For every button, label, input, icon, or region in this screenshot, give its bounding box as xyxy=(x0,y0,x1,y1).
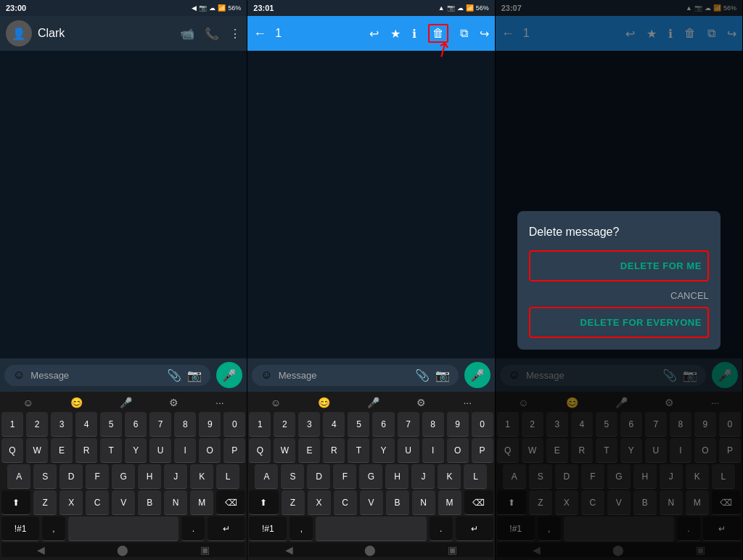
key-2[interactable]: 2 xyxy=(26,412,48,437)
key-s[interactable]: S xyxy=(33,464,57,489)
nav-home-1[interactable]: ⬤ xyxy=(117,544,128,556)
key-v[interactable]: V xyxy=(112,490,135,515)
cancel-label[interactable]: CANCEL xyxy=(529,284,709,307)
dialog-overlay: Delete message? DELETE FOR ME CANCEL DEL… xyxy=(496,0,742,560)
key-y[interactable]: Y xyxy=(125,438,147,463)
key-1[interactable]: 1 xyxy=(1,412,23,437)
key-c[interactable]: C xyxy=(86,490,109,515)
messages-area-2 xyxy=(247,51,494,358)
keyboard-toolbar-1: ☺ 😊 🎤 ⚙ ··· xyxy=(1,395,245,411)
keyboard-1: ☺ 😊 🎤 ⚙ ··· 1 2 3 4 5 6 7 8 9 0 Q W E R … xyxy=(0,392,247,560)
nav-back-1[interactable]: ◀ xyxy=(37,544,45,556)
key-p[interactable]: P xyxy=(223,438,245,463)
input-box-1[interactable]: ☺ Message 📎 📷 xyxy=(4,365,210,386)
copy-icon-2[interactable]: ⧉ xyxy=(460,27,468,40)
status-time-2: 23:01 xyxy=(253,4,274,12)
kb2-sticker[interactable]: 😊 xyxy=(318,397,330,408)
input-placeholder-1[interactable]: Message xyxy=(30,370,161,381)
delete-for-me-button[interactable]: DELETE FOR ME xyxy=(529,250,709,281)
key-l[interactable]: L xyxy=(216,464,239,489)
attach-icon-2[interactable]: 📎 xyxy=(415,368,430,382)
camera-icon-1[interactable]: 📷 xyxy=(187,368,202,382)
camera-icon-2[interactable]: 📷 xyxy=(435,368,450,382)
key-w[interactable]: W xyxy=(26,438,48,463)
nav-recent-1[interactable]: ▣ xyxy=(200,544,210,556)
forward-icon-2[interactable]: ↪ xyxy=(480,27,489,41)
call-icon[interactable]: 📞 xyxy=(205,27,219,41)
status-bar-2: 23:01 ▲ 📷 ☁ 📶 56% xyxy=(247,0,494,16)
selection-count-2: 1 xyxy=(275,27,360,40)
input-area-1: ☺ Message 📎 📷 🎤 xyxy=(0,358,247,392)
key-5[interactable]: 5 xyxy=(100,412,122,437)
video-call-icon[interactable]: 📹 xyxy=(180,27,194,41)
avatar-1: 👤 xyxy=(6,20,32,46)
key-backspace[interactable]: ⌫ xyxy=(216,490,245,515)
key-7[interactable]: 7 xyxy=(149,412,171,437)
star-icon-2[interactable]: ★ xyxy=(390,27,401,41)
delete-for-everyone-button[interactable]: DELETE FOR EVERYONE xyxy=(529,307,709,338)
select-actions-2: ↩ ★ ℹ 🗑 ⧉ ↪ xyxy=(369,24,489,43)
kb-settings-1[interactable]: ⚙ xyxy=(169,397,178,408)
key-j[interactable]: J xyxy=(164,464,187,489)
mic-button-1[interactable]: 🎤 xyxy=(216,362,242,388)
key-0[interactable]: 0 xyxy=(223,412,245,437)
key-f[interactable]: F xyxy=(86,464,109,489)
back-icon-2[interactable]: ← xyxy=(253,26,266,41)
input-placeholder-2[interactable]: Message xyxy=(279,370,409,381)
kb2-more[interactable]: ··· xyxy=(463,397,472,408)
keyboard-2: ☺ 😊 🎤 ⚙ ··· 1234567890 QWERTYUIOP ASDFGH… xyxy=(247,392,494,560)
key-i[interactable]: I xyxy=(174,438,196,463)
input-box-2[interactable]: ☺ Message 📎 📷 xyxy=(252,365,458,386)
key-x[interactable]: X xyxy=(59,490,83,515)
mic-button-2[interactable]: 🎤 xyxy=(464,362,490,388)
key-row-numbers-1: 1 2 3 4 5 6 7 8 9 0 xyxy=(1,412,245,437)
info-icon-2[interactable]: ℹ xyxy=(412,27,416,41)
key-space[interactable] xyxy=(68,516,178,541)
key-m[interactable]: M xyxy=(190,490,213,515)
key-9[interactable]: 9 xyxy=(199,412,221,437)
kb-mic-1[interactable]: 🎤 xyxy=(120,397,132,408)
key-n[interactable]: N xyxy=(164,490,187,515)
key-comma[interactable]: , xyxy=(42,516,65,541)
key-enter[interactable]: ↵ xyxy=(208,516,245,541)
messages-area-1 xyxy=(0,51,247,358)
reply-icon-2[interactable]: ↩ xyxy=(369,27,379,41)
select-header-2: ← 1 ↩ ★ ℹ 🗑 ⧉ ↪ xyxy=(247,16,494,51)
kb-emoji-1[interactable]: ☺ xyxy=(23,397,33,408)
more-icon[interactable]: ⋮ xyxy=(229,27,241,41)
emoji-icon-2[interactable]: ☺ xyxy=(260,368,272,382)
status-icons-1: ◀ 📷 ☁ 📶 56% xyxy=(192,4,241,12)
key-4[interactable]: 4 xyxy=(75,412,97,437)
key-u[interactable]: U xyxy=(149,438,171,463)
kb2-mic[interactable]: 🎤 xyxy=(367,397,379,408)
panel-3: 23:07 ▲ 📷 ☁ 📶 56% ← 1 ↩ ★ ℹ 🗑 ⧉ ↪ ☺ Mess… xyxy=(496,0,743,560)
key-b[interactable]: B xyxy=(138,490,161,515)
key-a[interactable]: A xyxy=(7,464,30,489)
key-8[interactable]: 8 xyxy=(174,412,196,437)
key-period[interactable]: . xyxy=(181,516,205,541)
key-t[interactable]: T xyxy=(100,438,122,463)
input-area-2: ☺ Message 📎 📷 🎤 xyxy=(247,358,494,392)
key-q[interactable]: Q xyxy=(1,438,23,463)
key-6[interactable]: 6 xyxy=(125,412,147,437)
status-bar-1: 23:00 ◀ 📷 ☁ 📶 56% xyxy=(0,0,247,16)
attach-icon-1[interactable]: 📎 xyxy=(167,368,181,382)
key-d[interactable]: D xyxy=(59,464,83,489)
key-k[interactable]: K xyxy=(190,464,213,489)
key-shift[interactable]: ⬆ xyxy=(1,490,30,515)
chat-header-1: 👤 Clark 📹 📞 ⋮ xyxy=(0,16,247,51)
emoji-icon-1[interactable]: ☺ xyxy=(13,368,25,382)
kb2-emoji[interactable]: ☺ xyxy=(271,397,281,408)
kb-more-1[interactable]: ··· xyxy=(215,397,224,408)
key-r[interactable]: R xyxy=(75,438,97,463)
kb-sticker-1[interactable]: 😊 xyxy=(70,397,83,408)
panel-2: 23:01 ▲ 📷 ☁ 📶 56% ← 1 ↩ ★ ℹ 🗑 ⧉ ↪ ↗ ☺ Me… xyxy=(247,0,495,560)
key-h[interactable]: H xyxy=(138,464,161,489)
key-3[interactable]: 3 xyxy=(51,412,73,437)
kb2-settings[interactable]: ⚙ xyxy=(416,397,426,408)
key-z[interactable]: Z xyxy=(33,490,57,515)
key-g[interactable]: G xyxy=(112,464,135,489)
key-symbols[interactable]: !#1 xyxy=(1,516,39,541)
key-o[interactable]: O xyxy=(199,438,221,463)
key-e[interactable]: E xyxy=(51,438,73,463)
